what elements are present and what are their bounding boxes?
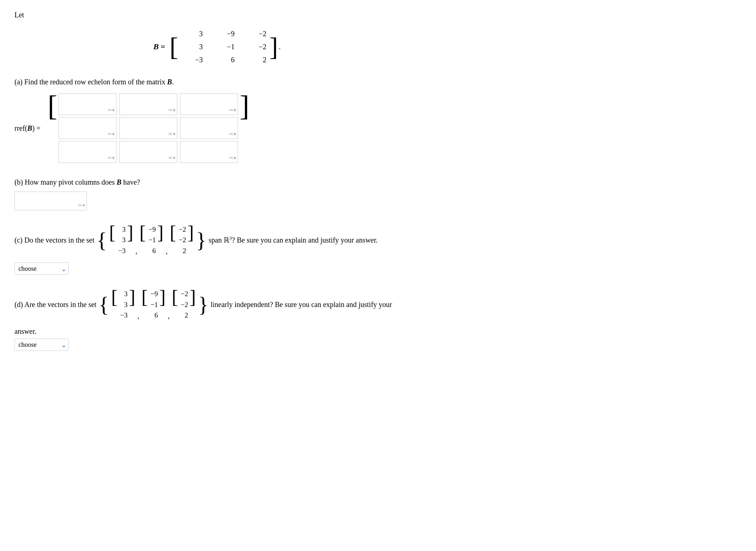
set-open-brace: { <box>97 229 107 251</box>
matrix-B-display: B = [ 3 −9 −2 3 −1 −2 −3 6 2 ] . <box>14 26 420 67</box>
part-c: (c) Do the vectors in the set { [ 3 3 −3… <box>14 223 420 275</box>
part-a-label: (a) Find the reduced row echelon form of… <box>14 78 420 86</box>
comma-2: , <box>166 246 167 257</box>
b13: −2 <box>245 28 267 39</box>
b31: −3 <box>181 54 203 66</box>
rref-input-00[interactable] <box>59 94 116 115</box>
rref-cell-12[interactable]: ✏︎▾ <box>180 117 238 139</box>
rref-container: rref(B) = [ ✏︎▾ ✏︎▾ ✏︎▾ <box>14 91 420 165</box>
set-d-close-brace: } <box>198 294 208 315</box>
b21: 3 <box>181 41 203 52</box>
vector-c3: [ −2 −2 2 ] <box>170 223 194 257</box>
b12: −9 <box>213 28 235 39</box>
vector-d3: [ −2 −2 2 ] <box>172 288 196 321</box>
comma-d2: , <box>168 311 170 321</box>
part-a: (a) Find the reduced row echelon form of… <box>14 78 420 165</box>
rref-cell-10[interactable]: ✏︎▾ <box>59 117 116 139</box>
rref-input-grid: ✏︎▾ ✏︎▾ ✏︎▾ ✏︎▾ ✏︎▾ <box>57 91 239 165</box>
input-matrix: [ ✏︎▾ ✏︎▾ ✏︎▾ ✏︎▾ <box>48 91 249 165</box>
part-c-line: (c) Do the vectors in the set { [ 3 3 −3… <box>14 223 420 257</box>
rref-input-22[interactable] <box>180 142 238 163</box>
part-d-answer-line: answer. <box>14 327 420 336</box>
part-b: (b) How many pivot columns does B have? … <box>14 178 420 210</box>
set-close-brace: } <box>196 229 207 251</box>
vector-d2: [ −9 −1 6 ] <box>141 288 166 321</box>
rref-input-10[interactable] <box>59 118 116 139</box>
rref-cell-01[interactable]: ✏︎▾ <box>119 93 177 115</box>
B-equals-label: B = <box>153 42 165 51</box>
pivot-input-container: ✏︎▾ <box>14 192 420 210</box>
b11: 3 <box>181 28 203 39</box>
rref-input-02[interactable] <box>180 94 238 115</box>
part-d: (d) Are the vectors in the set { [ 3 3 −… <box>14 288 420 350</box>
rref-cell-11[interactable]: ✏︎▾ <box>119 117 177 139</box>
rref-input-11[interactable] <box>120 118 177 139</box>
part-c-label: (c) Do the vectors in the set <box>14 235 94 245</box>
matrix-B-grid: 3 −9 −2 3 −1 −2 −3 6 2 <box>178 26 269 67</box>
part-d-suffix: linearly independent? Be sure you can ex… <box>211 299 392 310</box>
part-b-label: (b) How many pivot columns does B have? <box>14 178 420 186</box>
b32: 6 <box>213 54 235 66</box>
period: . <box>279 42 281 51</box>
vector-c1: [ 3 3 −3 ] <box>109 223 133 257</box>
part-d-label: (d) Are the vectors in the set <box>14 299 97 310</box>
bracket-left: [ <box>170 34 178 60</box>
rref-cell-22[interactable]: ✏︎▾ <box>180 141 238 163</box>
part-d-dropdown-container[interactable]: choose Yes No ⌃ <box>14 338 69 351</box>
rref-cell-00[interactable]: ✏︎▾ <box>59 93 116 115</box>
part-c-suffix: span ℝ3? Be sure you can explain and jus… <box>209 235 378 245</box>
b22: −1 <box>213 41 235 52</box>
set-d-open-brace: { <box>99 294 109 315</box>
vector-c2: [ −9 −1 6 ] <box>140 223 164 257</box>
input-bracket-left: [ <box>48 91 58 165</box>
rref-input-21[interactable] <box>120 142 177 163</box>
rref-input-01[interactable] <box>120 94 177 115</box>
rref-cell-21[interactable]: ✏︎▾ <box>119 141 177 163</box>
comma-1: , <box>136 246 137 257</box>
rref-label: rref(B) = <box>14 124 41 133</box>
part-d-line: (d) Are the vectors in the set { [ 3 3 −… <box>14 288 420 321</box>
pivot-cell[interactable]: ✏︎▾ <box>14 192 87 210</box>
input-bracket-right: ] <box>239 91 249 165</box>
part-d-dropdown[interactable]: choose Yes No <box>14 338 69 351</box>
comma-d1: , <box>137 311 139 321</box>
rref-input-20[interactable] <box>59 142 116 163</box>
b33: 2 <box>245 54 267 66</box>
rref-input-12[interactable] <box>180 118 238 139</box>
rref-cell-20[interactable]: ✏︎▾ <box>59 141 116 163</box>
vector-d1: [ 3 3 −3 ] <box>111 288 135 321</box>
rref-cell-02[interactable]: ✏︎▾ <box>180 93 238 115</box>
pivot-input[interactable] <box>15 192 86 210</box>
b23: −2 <box>245 41 267 52</box>
part-c-dropdown[interactable]: choose Yes No <box>14 262 69 275</box>
let-text: Let <box>14 11 24 19</box>
bracket-right: ] <box>269 34 278 60</box>
part-c-dropdown-container[interactable]: choose Yes No ⌃ <box>14 262 69 275</box>
